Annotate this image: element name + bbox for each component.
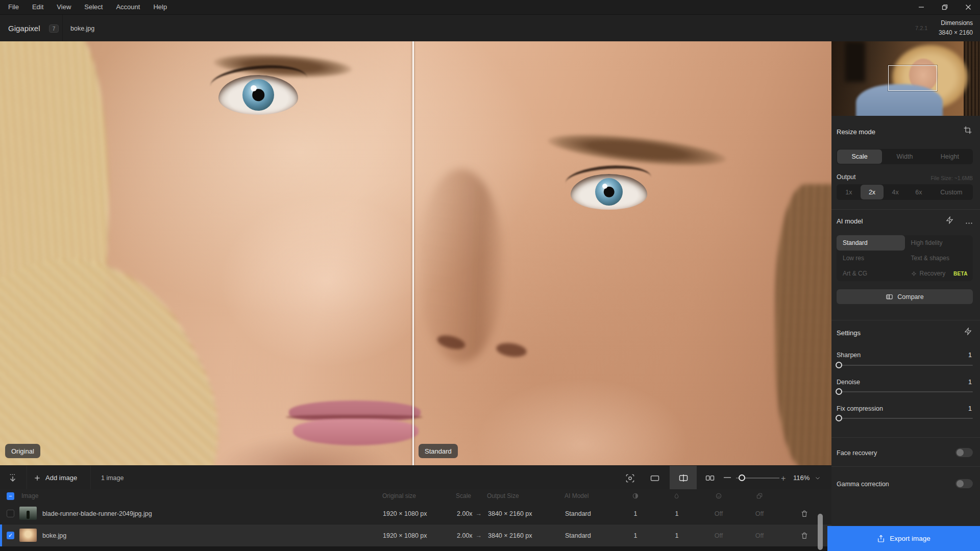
beta-badge: BETA bbox=[953, 271, 973, 277]
menu-view[interactable]: View bbox=[50, 0, 78, 14]
settings-title: Settings bbox=[837, 329, 861, 337]
menu-select[interactable]: Select bbox=[78, 0, 109, 14]
document-tab[interactable]: boke.jpg bbox=[70, 15, 94, 42]
tab-scale[interactable]: Scale bbox=[837, 149, 882, 164]
crop-icon[interactable] bbox=[964, 126, 972, 134]
restore-button[interactable] bbox=[933, 0, 957, 14]
tab-height[interactable]: Height bbox=[927, 149, 972, 164]
navigator-preview[interactable] bbox=[831, 41, 980, 116]
model-standard[interactable]: Standard bbox=[837, 235, 905, 251]
preview-viewport-rectangle[interactable] bbox=[888, 65, 937, 91]
photo-cheek-highlight bbox=[219, 194, 434, 368]
fix-compression-value: 1 bbox=[968, 405, 972, 412]
snapshot-view-icon[interactable] bbox=[623, 471, 636, 485]
photo-nostril bbox=[495, 341, 527, 359]
select-all-checkbox[interactable]: − bbox=[7, 489, 14, 503]
image-canvas[interactable]: Original Standard bbox=[0, 41, 831, 465]
auto-model-lightning-icon[interactable] bbox=[946, 216, 953, 224]
row-checkbox[interactable] bbox=[7, 503, 14, 524]
denoise-value: 1 bbox=[671, 524, 682, 546]
menu-bar: File Edit View Select Account Help bbox=[0, 0, 980, 14]
fix-compression-label: Fix compression bbox=[837, 405, 883, 412]
table-scrollbar[interactable] bbox=[818, 514, 823, 550]
delete-row-button[interactable] bbox=[799, 509, 810, 519]
face-recovery-toggle[interactable] bbox=[955, 448, 973, 457]
preview-background bbox=[845, 41, 865, 82]
col-output-size: Output Size bbox=[487, 489, 519, 503]
model-low-res[interactable]: Low res bbox=[837, 251, 905, 266]
sharpen-slider-knob[interactable] bbox=[836, 362, 842, 368]
ai-model-value[interactable]: Standard bbox=[565, 524, 591, 546]
scale-value[interactable]: 2.00x → bbox=[457, 503, 485, 524]
dimensions-value: 3840 × 2160 bbox=[939, 28, 973, 38]
file-name: boke.jpg bbox=[42, 524, 66, 546]
selected-row-indicator bbox=[0, 524, 2, 546]
model-recovery[interactable]: Recovery BETA bbox=[905, 266, 973, 281]
standard-label: Standard bbox=[419, 444, 458, 458]
add-image-button[interactable]: Add image bbox=[34, 466, 77, 490]
fix-compression-slider-track[interactable] bbox=[837, 418, 973, 419]
row-thumbnail bbox=[19, 529, 37, 542]
denoise-slider-track[interactable] bbox=[837, 391, 973, 392]
auto-settings-lightning-icon[interactable] bbox=[964, 328, 972, 335]
minimize-button[interactable] bbox=[910, 0, 933, 14]
option-2x[interactable]: 2x bbox=[861, 185, 884, 199]
zoom-level[interactable]: 116% bbox=[793, 466, 810, 490]
zoom-slider-knob[interactable] bbox=[739, 474, 745, 481]
compare-button[interactable]: Compare bbox=[837, 289, 973, 304]
menu-file[interactable]: File bbox=[0, 0, 26, 14]
option-4x[interactable]: 4x bbox=[884, 185, 907, 199]
model-recovery-label: Recovery bbox=[920, 270, 946, 277]
menu-edit[interactable]: Edit bbox=[26, 0, 50, 14]
ai-model-value[interactable]: Standard bbox=[565, 503, 591, 524]
export-image-button[interactable]: Export image bbox=[827, 526, 980, 551]
split-view-button-active[interactable] bbox=[670, 466, 697, 490]
trash-icon bbox=[800, 510, 808, 518]
gamma-correction-toggle[interactable] bbox=[955, 479, 973, 488]
denoise-slider-knob[interactable] bbox=[836, 388, 842, 395]
delete-row-button[interactable] bbox=[799, 531, 810, 541]
settings-sidebar: Resize mode Scale Width Height Output Fi… bbox=[831, 41, 980, 551]
divider bbox=[831, 466, 980, 467]
photo-chin-highlight bbox=[475, 378, 689, 465]
divider bbox=[831, 209, 980, 210]
divider bbox=[27, 466, 27, 490]
zoom-out-icon[interactable] bbox=[724, 477, 731, 478]
model-art-cg[interactable]: Art & CG bbox=[837, 266, 905, 281]
scale-text: 2.00x bbox=[457, 510, 473, 517]
scale-value[interactable]: 2.00x → bbox=[457, 524, 485, 546]
table-row-selected[interactable]: ✓ boke.jpg 980 × 551 px 2.00x → 3840 ×… bbox=[0, 524, 831, 546]
more-options-icon[interactable] bbox=[965, 219, 973, 227]
option-1x[interactable]: 1x bbox=[837, 185, 861, 199]
table-row[interactable]: blade-runner-blade-runner-2049jpg.jpg 19… bbox=[0, 503, 831, 524]
menu-account[interactable]: Account bbox=[109, 0, 146, 14]
compare-split-line[interactable] bbox=[412, 41, 414, 465]
close-button[interactable] bbox=[957, 0, 980, 14]
row-checkbox[interactable]: ✓ bbox=[7, 524, 14, 546]
sharpen-slider-track[interactable] bbox=[837, 365, 973, 366]
model-high-fidelity[interactable]: High fidelity bbox=[905, 235, 973, 251]
tab-width[interactable]: Width bbox=[882, 149, 927, 164]
fix-compression-slider-knob[interactable] bbox=[836, 415, 842, 421]
scale-text: 2.00x bbox=[457, 532, 473, 539]
option-custom[interactable]: Custom bbox=[930, 185, 972, 199]
face-recovery-value: Off bbox=[712, 503, 726, 524]
resize-mode-tabs: Scale Width Height bbox=[837, 149, 973, 164]
option-6x[interactable]: 6x bbox=[907, 185, 930, 199]
resize-mode-title: Resize mode bbox=[837, 128, 875, 136]
trash-icon bbox=[800, 532, 808, 540]
zoom-in-icon[interactable]: + bbox=[781, 474, 786, 483]
sharpen-column-icon bbox=[632, 489, 639, 503]
collapse-panel-icon[interactable] bbox=[6, 471, 19, 485]
side-by-side-view-icon[interactable] bbox=[703, 471, 717, 485]
gamma-column-icon bbox=[756, 489, 763, 503]
model-text-shapes[interactable]: Text & shapes bbox=[905, 251, 973, 266]
arrow-right-icon: → bbox=[476, 532, 482, 539]
single-view-icon[interactable] bbox=[648, 471, 662, 485]
menu-help[interactable]: Help bbox=[146, 0, 174, 14]
col-original-size: Original size bbox=[382, 489, 416, 503]
gamma-value: Off bbox=[752, 524, 767, 546]
compare-icon bbox=[886, 293, 893, 300]
chevron-down-icon[interactable] bbox=[815, 475, 821, 481]
arrow-right-icon: → bbox=[476, 510, 482, 517]
